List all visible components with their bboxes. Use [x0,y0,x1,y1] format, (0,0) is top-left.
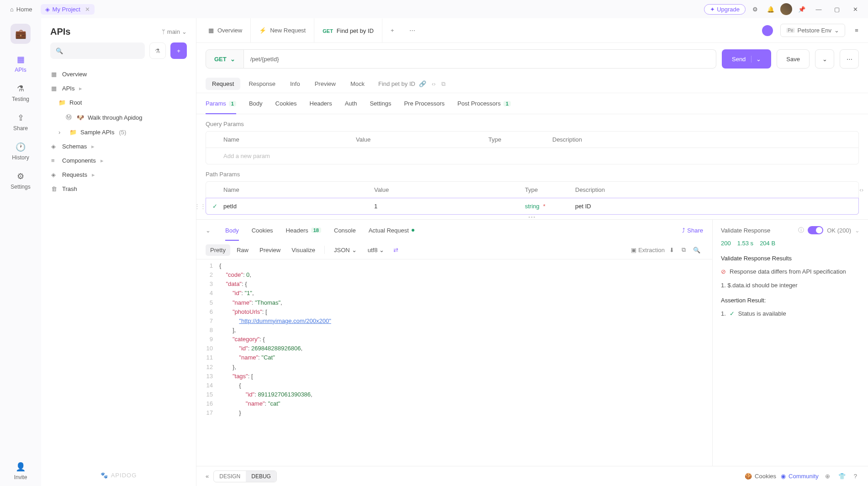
branch-selector[interactable]: ᛘ main ⌄ [162,28,187,35]
encoding-selector[interactable]: utf8⌄ [363,244,389,256]
tab-add-button[interactable]: + [382,27,402,34]
resptab-cookies[interactable]: Cookies [252,220,273,241]
help-icon[interactable]: ⓘ [798,226,804,234]
tree-apis[interactable]: ▦APIs▸ [47,81,191,95]
project-logo[interactable]: 💼 [11,24,31,44]
rtool-preview[interactable]: Preview [255,244,285,256]
chevron-down-icon[interactable]: ⌄ [855,227,860,234]
save-button[interactable]: Save [777,49,810,69]
footer-cookies[interactable]: 🍪Cookies [745,473,776,480]
subtab-info[interactable]: Info [284,78,307,90]
reqtab-auth[interactable]: Auth [345,93,357,114]
tree-schemas[interactable]: ◈Schemas▸ [47,139,191,153]
subtab-preview[interactable]: Preview [308,78,342,90]
share-button[interactable]: ⤴Share [682,227,703,234]
subtab-request[interactable]: Request [206,78,240,90]
filter-button[interactable]: ⚗ [149,42,166,59]
drag-handle-icon[interactable]: ⋮⋮ [194,203,206,210]
rtool-raw[interactable]: Raw [232,244,253,256]
link-icon[interactable]: 🔗 [417,79,428,89]
resptab-body[interactable]: Body [225,220,239,241]
reqtab-body[interactable]: Body [249,93,263,114]
tab-project[interactable]: ◈ My Project ✕ [41,4,95,15]
reqtab-settings[interactable]: Settings [370,93,391,114]
pin-icon[interactable]: 📌 [796,3,808,15]
help-icon[interactable]: ? [852,471,859,481]
copy-icon[interactable]: ⧉ [439,79,447,90]
rail-invite[interactable]: 👤 Invite [14,461,27,481]
mode-design[interactable]: DESIGN [214,471,246,482]
close-button[interactable]: ✕ [848,2,863,16]
upgrade-button[interactable]: ✦ Upgrade [704,4,746,15]
resptab-console[interactable]: Console [334,220,356,241]
environment-selector[interactable]: Pe Petstore Env ⌄ [780,24,845,37]
reqtab-params[interactable]: Params1 [206,93,236,114]
check-icon[interactable]: ✓ [212,203,223,210]
rtool-pretty[interactable]: Pretty [206,244,230,256]
close-icon[interactable]: ✕ [85,6,90,13]
tree-overview[interactable]: ▦Overview [47,67,191,81]
rtool-visualize[interactable]: Visualize [287,244,320,256]
reqtab-post[interactable]: Post Processors1 [457,93,511,114]
reqtab-headers[interactable]: Headers [310,93,332,114]
tab-find-pet[interactable]: GETFind pet by ID [314,18,382,42]
tree-components[interactable]: ≡Components▸ [47,153,191,168]
tab-home[interactable]: ⌂ Home [5,4,37,15]
format-selector[interactable]: JSON⌄ [329,244,361,256]
more-button[interactable]: ⋯ [840,49,859,69]
splitter[interactable]: ••• [196,215,868,219]
table-row[interactable]: ⋮⋮ ✓ petId 1 string* pet ID [206,198,859,215]
download-icon[interactable]: ⬇ [667,244,677,256]
code-icon[interactable]: ‹› [859,186,863,193]
send-button[interactable]: Send⌄ [722,49,771,69]
target-icon[interactable]: ⊕ [823,471,832,481]
rail-apis[interactable]: ▦ APIs [15,54,26,73]
extraction-button[interactable]: ▣Extraction [631,247,665,254]
code-icon[interactable]: ‹› [430,79,438,89]
reqtab-cookies[interactable]: Cookies [275,93,297,114]
hamburger-button[interactable]: ≡ [849,23,864,38]
rail-testing[interactable]: ⚗ Testing [12,83,29,102]
subtab-response[interactable]: Response [242,78,282,90]
collapse-icon[interactable]: « [206,473,209,480]
user-badge[interactable] [762,25,773,36]
avatar[interactable] [780,3,792,15]
add-button[interactable]: + [170,42,187,59]
tshirt-icon[interactable]: 👕 [836,471,847,481]
chevron-down-icon[interactable]: ⌄ [206,227,211,234]
chevron-down-icon[interactable]: ⌄ [751,56,761,63]
save-dropdown[interactable]: ⌄ [815,49,834,69]
minimize-button[interactable]: — [811,2,826,16]
tree-walk[interactable]: Ⓜ🐶Walk through Apidog [47,110,191,125]
settings-gear-icon[interactable]: ⚙ [749,3,761,15]
rail-share[interactable]: ⇪ Share [13,112,28,132]
tree-trash[interactable]: 🗑Trash [47,182,191,196]
rail-history[interactable]: 🕐 History [12,142,29,161]
tab-overview[interactable]: ▦Overview [200,18,251,42]
reqtab-pre[interactable]: Pre Processors [404,93,445,114]
rail-settings[interactable]: ⚙ Settings [11,171,30,190]
url-input[interactable]: /pet/{petId} [244,49,716,69]
subtab-mock[interactable]: Mock [344,78,371,90]
bell-icon[interactable]: 🔔 [765,3,777,15]
tree-root[interactable]: 📁Root [47,95,191,110]
tree-requests[interactable]: ◈Requests▸ [47,168,191,182]
param-name[interactable]: petId [223,203,374,210]
param-type[interactable]: string* [525,203,575,210]
search-input[interactable]: 🔍 [50,42,145,59]
response-body-code[interactable]: 1{2 "code": 0,3 "data": {4 "id": "1",5 "… [196,259,712,466]
param-value[interactable]: 1 [374,203,525,210]
copy-icon[interactable]: ⧉ [679,243,688,256]
tree-sample[interactable]: ›📁Sample APIs(5) [47,125,191,139]
resptab-headers[interactable]: Headers18 [286,220,321,241]
footer-community[interactable]: ◉Community [781,473,819,480]
tab-menu-button[interactable]: ⋯ [402,27,423,34]
validate-toggle[interactable] [808,226,823,234]
tab-new-request[interactable]: ⚡New Request [251,18,314,42]
mode-debug[interactable]: DEBUG [246,471,276,482]
maximize-button[interactable]: ▢ [830,2,844,16]
param-desc[interactable]: pet ID [575,203,852,210]
method-selector[interactable]: GET⌄ [206,49,244,69]
wrap-icon[interactable]: ⇄ [391,244,401,256]
search-icon[interactable]: 🔍 [690,244,703,256]
